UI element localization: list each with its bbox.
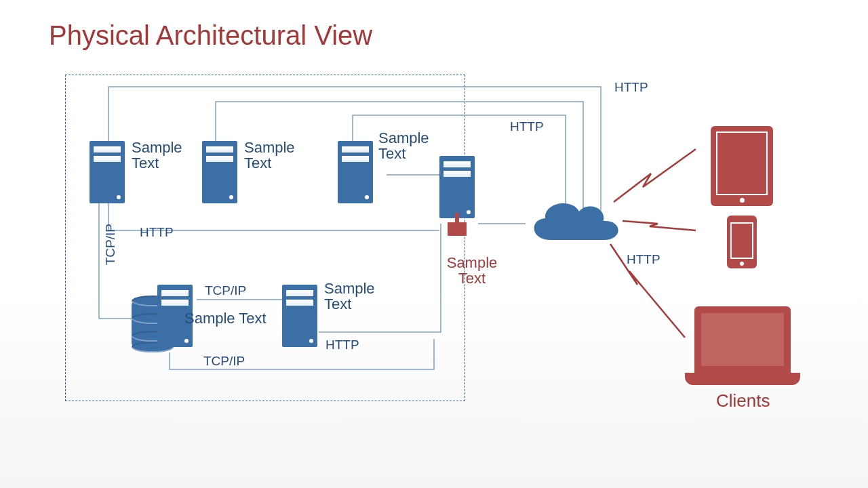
edge-label: HTTP <box>510 119 544 134</box>
edge-label: TCP/IP <box>205 283 246 298</box>
server-icon <box>202 141 237 203</box>
gateway-server-icon <box>439 156 475 218</box>
server-label: Sample Text <box>324 281 399 312</box>
edge-label: TCP/IP <box>203 354 245 369</box>
server-label: Sample Text <box>184 310 293 326</box>
phone-icon <box>727 216 757 268</box>
clients-label: Clients <box>716 390 770 411</box>
connector-icon <box>448 222 467 236</box>
edge-label: HTTP <box>614 80 648 95</box>
server-label: Sample Text <box>132 140 206 171</box>
server-icon <box>338 141 373 203</box>
edge-label: HTTP <box>140 225 174 240</box>
gateway-label: Sample Text <box>431 255 513 286</box>
tablet-icon <box>711 126 773 206</box>
server-label: Sample Text <box>244 140 319 171</box>
edge-label: HTTP <box>326 338 359 352</box>
diagram-stage: Physical Architectural View Sample Text … <box>0 0 868 488</box>
edge-label: HTTP <box>627 252 660 267</box>
server-icon <box>282 285 317 347</box>
edge-label: TCP/IP <box>103 224 118 265</box>
laptop-icon <box>685 306 800 385</box>
cloud-icon <box>524 192 625 253</box>
server-icon <box>90 141 125 203</box>
